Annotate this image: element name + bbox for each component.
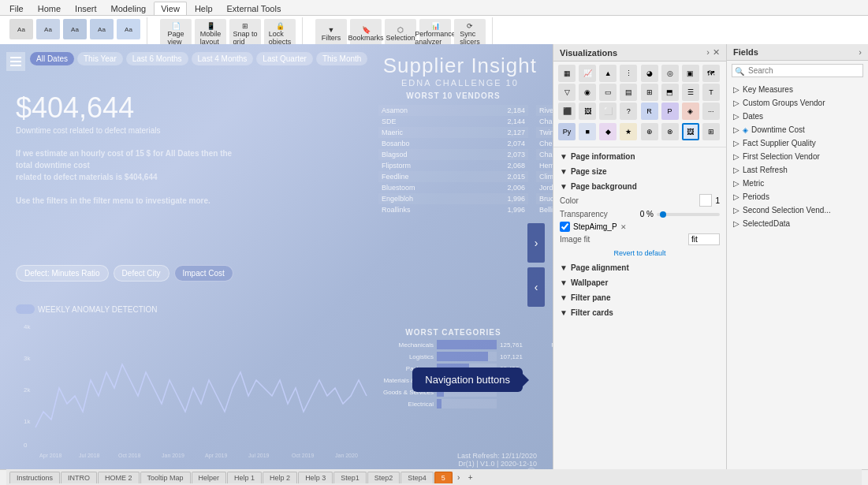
page-alignment-toggle[interactable]: ▼ Page alignment [560, 263, 720, 272]
viz-icon-pie[interactable]: ◕ [641, 65, 658, 82]
tab-5[interactable]: 5 [434, 472, 453, 483]
color-swatch[interactable] [699, 194, 712, 207]
viz-icon-gauge[interactable]: ◉ [579, 84, 596, 101]
theme-icon-5[interactable]: Aa [117, 19, 140, 39]
field-group-key-measures-header[interactable]: ▷ Key Measures [732, 84, 863, 95]
viz-icon-more[interactable]: ··· [702, 103, 720, 120]
tab-helper[interactable]: Helper [192, 472, 227, 483]
tab-nav-next[interactable]: › [453, 472, 464, 483]
field-group-custom-vendor-header[interactable]: ▷ Custom Groups Vendor [732, 97, 863, 109]
viz-icon-treemap[interactable]: ▣ [682, 65, 699, 82]
weekly-toggle[interactable] [16, 304, 35, 314]
viz-icon-slicer[interactable]: ☰ [682, 84, 699, 101]
viz-icon-map[interactable]: 🗺 [702, 65, 720, 82]
field-group-last-refresh-header[interactable]: ▷ Last Refresh [732, 164, 863, 176]
viz-icon-r6[interactable]: ⊗ [661, 123, 679, 140]
field-group-fact-supplier-header[interactable]: ▷ Fact Supplier Quality [732, 137, 863, 149]
viz-icon-line[interactable]: 📈 [579, 65, 596, 82]
field-group-second-selection-header[interactable]: ▷ Second Selection Vend... [732, 204, 863, 216]
tab-intro[interactable]: INTRO [61, 472, 97, 483]
viz-icon-r5[interactable]: ⊕ [641, 123, 658, 140]
viz-panel-expand[interactable]: › [706, 47, 710, 58]
page-info-toggle[interactable]: ▼ Page information [560, 152, 720, 161]
hamburger-menu[interactable] [6, 52, 25, 71]
tab-help3[interactable]: Help 3 [298, 472, 333, 483]
theme-icon-2[interactable]: Aa [36, 19, 60, 39]
field-group-metric-header[interactable]: ▷ Metric [732, 177, 863, 189]
defect-city-btn[interactable]: Defect City [114, 265, 170, 282]
image-fit-input[interactable] [688, 233, 720, 245]
tab-step2[interactable]: Step2 [367, 472, 400, 483]
viz-icon-stacked-bar[interactable]: ▦ [558, 65, 576, 82]
viz-icon-selected[interactable]: 🖼 [682, 123, 699, 140]
tab-nav-add[interactable]: + [465, 472, 476, 483]
viz-icon-funnel[interactable]: ▽ [558, 84, 576, 101]
theme-icon-3[interactable]: Aa [63, 19, 87, 39]
tab-help1[interactable]: Help 1 [227, 472, 262, 483]
tab-home[interactable]: Home [32, 2, 67, 15]
filter-pane-toggle[interactable]: ▼ Filter pane [560, 293, 720, 302]
filter-last-6-months[interactable]: Last 6 Months [126, 52, 188, 65]
field-group-periods-header[interactable]: ▷ Periods [732, 191, 863, 203]
viz-icon-r1[interactable]: Py [558, 123, 576, 140]
filter-all-dates[interactable]: All Dates [30, 52, 74, 65]
filter-last-4-months[interactable]: Last 4 Months [192, 52, 254, 65]
filter-this-month[interactable]: This Month [316, 52, 367, 65]
tab-external-tools[interactable]: External Tools [221, 2, 288, 15]
tab-step1[interactable]: Step1 [333, 472, 367, 483]
tab-help[interactable]: Help [188, 2, 219, 15]
wallpaper-toggle[interactable]: ▼ Wallpaper [560, 278, 720, 287]
viz-icon-image[interactable]: 🖼 [579, 103, 596, 120]
svg-text:Jul 2018: Jul 2018 [79, 453, 100, 458]
tab-view[interactable]: View [154, 2, 187, 15]
theme-icon-1[interactable]: Aa [9, 19, 33, 39]
fields-panel-close[interactable]: › [859, 47, 862, 57]
viz-panel-close[interactable]: ✕ [713, 47, 720, 58]
revert-button[interactable]: Revert to default [613, 249, 665, 257]
field-group-downtime-header[interactable]: ▷ ◈ Downtime Cost [732, 124, 863, 136]
tab-tooltip-map[interactable]: Tooltip Map [140, 472, 191, 483]
page-size-toggle[interactable]: ▼ Page size [560, 167, 720, 176]
image-checkbox[interactable] [560, 222, 570, 232]
page-bg-toggle[interactable]: ▼ Page background [560, 182, 720, 191]
field-group-dates-header[interactable]: ▷ Dates [732, 110, 863, 122]
viz-icon-button[interactable]: ⬜ [599, 103, 617, 120]
viz-icon-custom-1[interactable]: R [641, 103, 658, 120]
viz-icon-qna[interactable]: ? [620, 103, 637, 120]
impact-cost-btn[interactable]: Impact Cost [174, 265, 233, 282]
viz-icon-custom-3[interactable]: ◈ [682, 103, 699, 120]
viz-icon-table[interactable]: ▤ [620, 84, 637, 101]
viz-icon-shape[interactable]: ⬛ [558, 103, 576, 120]
nav-arrow-down[interactable]: ‹ [527, 267, 545, 307]
viz-icon-donut[interactable]: ◎ [661, 65, 679, 82]
tab-file[interactable]: File [3, 2, 30, 15]
theme-icon-4[interactable]: Aa [90, 19, 114, 39]
field-group-selected-data-header[interactable]: ▷ SelectedData [732, 218, 863, 229]
viz-icon-r3[interactable]: ◆ [599, 123, 617, 140]
fields-search-input[interactable] [732, 64, 863, 77]
nav-arrow-up[interactable]: › [527, 223, 545, 263]
viz-icon-waterfall[interactable]: ⬒ [661, 84, 679, 101]
image-close[interactable]: ✕ [620, 223, 627, 231]
tab-instructions[interactable]: Instructions [9, 472, 60, 483]
viz-icon-scatter[interactable]: ⋮ [620, 65, 637, 82]
viz-icon-text[interactable]: T [702, 84, 720, 101]
defect-minutes-btn[interactable]: Defect: Minutes Ratio [16, 265, 109, 282]
viz-icon-area[interactable]: ▲ [599, 65, 617, 82]
tab-home2[interactable]: HOME 2 [98, 472, 140, 483]
viz-icon-matrix[interactable]: ⊞ [641, 84, 658, 101]
filter-cards-toggle[interactable]: ▼ Filter cards [560, 308, 720, 317]
transparency-slider[interactable] [657, 213, 720, 216]
viz-icon-custom-2[interactable]: P [661, 103, 679, 120]
tab-help2[interactable]: Help 2 [263, 472, 297, 483]
viz-icon-r2[interactable]: ■ [579, 123, 596, 140]
tab-modeling[interactable]: Modeling [105, 2, 153, 15]
tab-step4[interactable]: Step4 [400, 472, 434, 483]
filter-last-quarter[interactable]: Last Quarter [256, 52, 313, 65]
tab-insert[interactable]: Insert [69, 2, 103, 15]
field-group-first-selection-header[interactable]: ▷ First Selection Vendor [732, 151, 863, 162]
viz-icon-r8[interactable]: ⊞ [702, 123, 720, 140]
viz-icon-r4[interactable]: ★ [620, 123, 637, 140]
viz-icon-card[interactable]: ▭ [599, 84, 617, 101]
filter-this-year[interactable]: This Year [77, 52, 123, 65]
